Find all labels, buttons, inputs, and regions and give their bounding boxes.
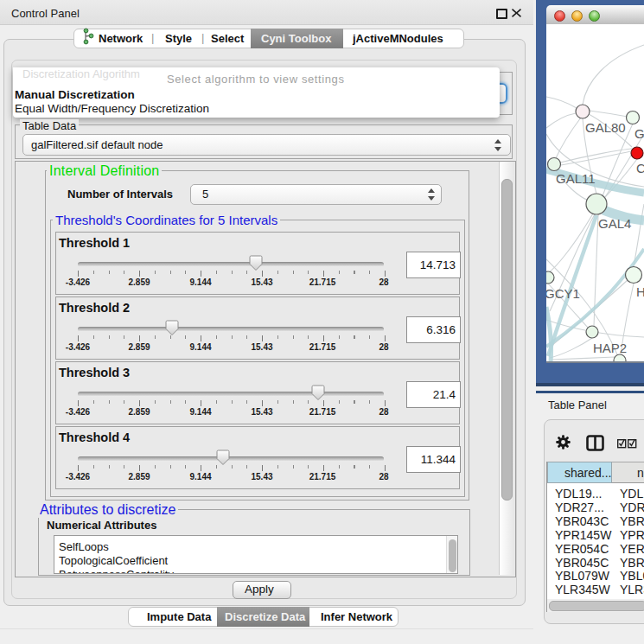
svg-text:GA: GA xyxy=(634,126,644,141)
svg-text:H: H xyxy=(636,284,644,299)
svg-text:C: C xyxy=(636,161,644,175)
svg-text:GAL11: GAL11 xyxy=(556,171,596,186)
svg-text:GCY1: GCY1 xyxy=(546,286,580,301)
svg-text:GAL4: GAL4 xyxy=(598,216,631,231)
svg-text:HAP2: HAP2 xyxy=(593,341,627,355)
svg-text:GAL80: GAL80 xyxy=(585,120,626,135)
